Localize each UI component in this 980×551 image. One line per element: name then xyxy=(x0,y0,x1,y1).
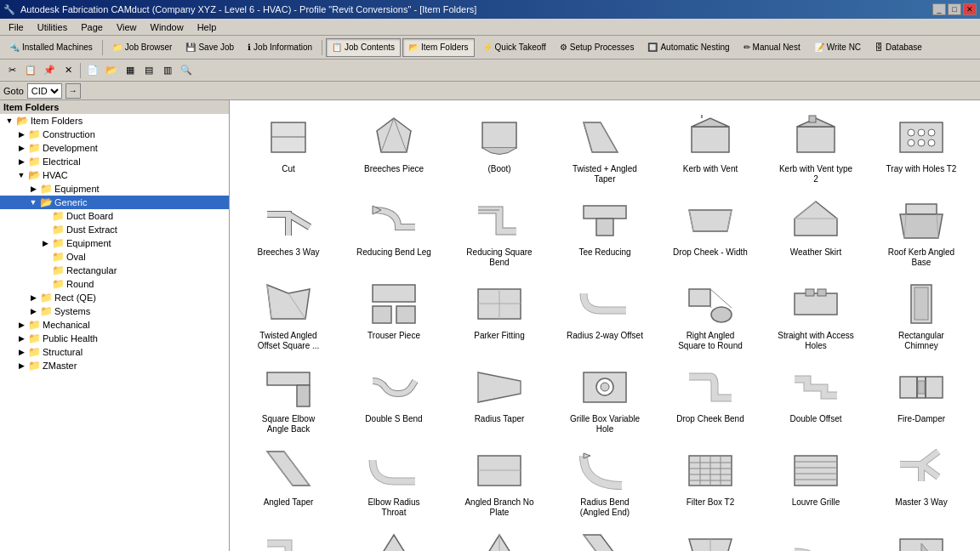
list-item[interactable]: Twisted Angled Offset Square ... xyxy=(236,274,340,355)
tree-electrical[interactable]: ▶ 📁 Electrical xyxy=(0,155,229,168)
setup-processes-button[interactable]: ⚙ Setup Processes xyxy=(554,38,641,57)
list-item[interactable]: Angled Branch Plate xyxy=(869,524,973,551)
new-button[interactable]: 📄 xyxy=(84,62,101,79)
installed-machines-button[interactable]: 🔩 Installed Machines xyxy=(3,38,99,57)
menu-window[interactable]: Window xyxy=(145,20,189,34)
tree-round[interactable]: 📁 Round xyxy=(0,277,229,291)
expander[interactable]: ▶ xyxy=(15,361,27,370)
expander[interactable]: ▶ xyxy=(15,157,27,166)
paste-button[interactable]: 📌 xyxy=(41,62,58,79)
open-button[interactable]: 📂 xyxy=(103,62,120,79)
list-item[interactable]: Elbow Radius Throat xyxy=(342,440,446,522)
tree-oval[interactable]: 📁 Oval xyxy=(0,250,229,264)
expander[interactable]: ▶ xyxy=(27,307,39,315)
quick-takeoff-button[interactable]: ⚡ Quick Takeoff xyxy=(476,38,552,57)
job-information-button[interactable]: ℹ Job Information xyxy=(242,38,318,57)
expander[interactable]: ▶ xyxy=(15,130,27,139)
list-item[interactable]: (Boot) xyxy=(447,107,551,189)
menu-utilities[interactable]: Utilities xyxy=(32,20,72,34)
tree-construction[interactable]: ▶ 📁 Construction xyxy=(0,128,229,141)
item-grid-scroll[interactable]: Cut Breeches Piece xyxy=(230,100,980,551)
tree-item-folders[interactable]: ▼ 📂 Item Folders xyxy=(0,114,229,128)
list-item[interactable]: Reducing Square Bend xyxy=(447,190,551,272)
database-button[interactable]: 🗄 Database xyxy=(869,38,928,57)
menu-file[interactable]: File xyxy=(3,20,29,34)
menu-view[interactable]: View xyxy=(111,20,142,34)
tree-equipment[interactable]: ▶ 📁 Equipment xyxy=(0,182,229,196)
list-item[interactable]: Right Angled Square to Round xyxy=(658,274,762,355)
list-item[interactable]: Master 3 Way xyxy=(869,440,973,522)
list-item[interactable]: Cap End xyxy=(342,524,446,551)
list-item[interactable]: Pyramid xyxy=(447,524,551,551)
tree-structural[interactable]: ▶ 📁 Structural xyxy=(0,345,229,359)
expander[interactable]: ▼ xyxy=(27,198,39,207)
tree-equipment2[interactable]: ▶ 📁 Equipment xyxy=(0,236,229,250)
write-nc-button[interactable]: 📝 Write NC xyxy=(808,38,867,57)
menu-page[interactable]: Page xyxy=(76,20,108,34)
list-item[interactable]: Drop Cheek Bend xyxy=(658,357,762,439)
list-item[interactable]: Tee Reducing xyxy=(553,190,657,272)
manual-nest-button[interactable]: ✏ Manual Nest xyxy=(738,38,806,57)
tree-zmaster[interactable]: ▶ 📁 ZMaster xyxy=(0,359,229,372)
tree-development[interactable]: ▶ 📁 Development xyxy=(0,141,229,155)
list-item[interactable]: Angled Branch No Plate xyxy=(447,440,551,522)
tree-dust-extract[interactable]: 📁 Dust Extract xyxy=(0,223,229,236)
list-item[interactable]: Weather Skirt xyxy=(764,190,868,272)
menu-help[interactable]: Help xyxy=(192,20,222,34)
list-item[interactable]: Breeches Piece xyxy=(342,107,446,189)
expander[interactable]: ▶ xyxy=(27,293,39,302)
list-item[interactable]: Grille Box Variable Hole xyxy=(553,357,657,439)
expander[interactable]: ▶ xyxy=(15,348,27,356)
list-item[interactable]: Cut xyxy=(236,107,340,189)
tree-hvac[interactable]: ▼ 📂 HVAC xyxy=(0,168,229,182)
tree-generic[interactable]: ▼ 📂 Generic xyxy=(0,196,229,209)
automatic-nesting-button[interactable]: 🔲 Automatic Nesting xyxy=(641,38,735,57)
expander[interactable]: ▶ xyxy=(15,321,27,329)
view1-button[interactable]: ▦ xyxy=(122,62,139,79)
item-folders-button[interactable]: 📂 Item Folders xyxy=(402,38,475,57)
expander[interactable]: ▶ xyxy=(27,185,39,193)
list-item[interactable]: Angled Taper xyxy=(236,440,340,522)
cut-button[interactable]: ✂ xyxy=(3,62,20,79)
view3-button[interactable]: ▥ xyxy=(159,62,176,79)
search-button[interactable]: 🔍 xyxy=(178,62,195,79)
expander[interactable]: ▼ xyxy=(3,116,15,125)
copy-button[interactable]: 📋 xyxy=(22,62,39,79)
list-item[interactable]: Rectangular Chimney xyxy=(869,274,973,355)
list-item[interactable]: Radius Bend (Angled End) xyxy=(553,440,657,522)
expander[interactable]: ▶ xyxy=(15,144,27,152)
list-item[interactable]: Breeches 3 Way xyxy=(236,190,340,272)
delete-button[interactable]: ✕ xyxy=(60,62,77,79)
list-item[interactable]: Drop Cheek - Width xyxy=(658,190,762,272)
list-item[interactable]: Fire-Damper xyxy=(869,357,973,439)
list-item[interactable]: Double S Bend xyxy=(342,357,446,439)
list-item[interactable]: Master Bend xyxy=(236,524,340,551)
goto-arrow-button[interactable]: → xyxy=(66,83,81,99)
list-item[interactable]: Louvre Grille xyxy=(764,440,868,522)
list-item[interactable]: Straight with Access Holes xyxy=(764,274,868,355)
tree-duct-board[interactable]: 📁 Duct Board xyxy=(0,209,229,223)
expander[interactable]: ▶ xyxy=(15,334,27,343)
restore-button[interactable]: □ xyxy=(948,3,961,15)
minimize-button[interactable]: _ xyxy=(932,3,946,15)
list-item[interactable]: Elbow Radius xyxy=(764,524,868,551)
job-browser-button[interactable]: 📁 Job Browser xyxy=(106,38,179,57)
save-job-button[interactable]: 💾 Save Job xyxy=(179,38,240,57)
list-item[interactable]: Tray with Holes T2 xyxy=(869,107,973,189)
list-item[interactable]: Filter Box T2 xyxy=(658,440,762,522)
tree-rectangular[interactable]: 📁 Rectangular xyxy=(0,264,229,277)
close-button[interactable]: ✕ xyxy=(963,3,977,15)
tree-systems[interactable]: ▶ 📁 Systems xyxy=(0,304,229,318)
list-item[interactable]: Radius 2-way Offset xyxy=(553,274,657,355)
expander[interactable]: ▶ xyxy=(39,239,51,247)
list-item[interactable]: Square Elbow Angle Back xyxy=(236,357,340,439)
list-item[interactable]: Angled Taper xyxy=(553,524,657,551)
goto-select[interactable]: CID xyxy=(27,83,62,99)
list-item[interactable]: Parker Fitting xyxy=(447,274,551,355)
expander[interactable]: ▼ xyxy=(15,171,27,179)
tree-rect-qe[interactable]: ▶ 📁 Rect (QE) xyxy=(0,291,229,304)
list-item[interactable]: Reducing Bend Leg xyxy=(342,190,446,272)
list-item[interactable]: Kerb with Vent xyxy=(658,107,762,189)
list-item[interactable]: Roof Kerb Angled Base xyxy=(869,190,973,272)
list-item[interactable]: Double Offset xyxy=(764,357,868,439)
